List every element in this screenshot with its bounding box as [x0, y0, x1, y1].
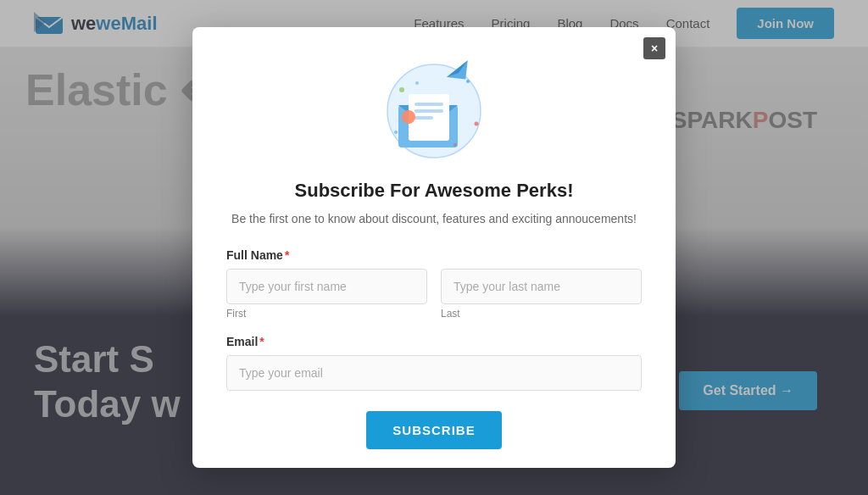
- modal-title: Subscribe For Awesome Perks!: [226, 180, 642, 202]
- modal-dialog: ×: [192, 27, 676, 468]
- last-name-sublabel: Last: [441, 308, 642, 320]
- svg-point-17: [402, 110, 415, 124]
- last-name-input[interactable]: [441, 269, 642, 304]
- svg-point-13: [399, 87, 404, 92]
- first-name-sublabel: First: [226, 308, 427, 320]
- svg-point-14: [466, 80, 470, 83]
- email-input[interactable]: [226, 355, 642, 391]
- svg-rect-10: [415, 116, 433, 120]
- modal-overlay: ×: [0, 0, 868, 495]
- svg-point-19: [453, 143, 457, 147]
- name-row: First Last: [226, 269, 642, 320]
- subscribe-button[interactable]: SUBSCRIBE: [366, 411, 502, 449]
- svg-rect-8: [415, 103, 443, 106]
- envelope-illustration: [366, 47, 502, 166]
- svg-rect-9: [415, 109, 443, 113]
- modal-subtitle: Be the first one to know about discount,…: [226, 210, 642, 228]
- modal-body: Subscribe For Awesome Perks! Be the firs…: [192, 180, 676, 449]
- svg-point-15: [475, 122, 479, 126]
- first-name-input[interactable]: [226, 269, 427, 304]
- last-name-wrap: Last: [441, 269, 642, 320]
- full-name-label: Full Name*: [226, 248, 642, 262]
- email-group: Email*: [226, 335, 642, 391]
- svg-point-16: [394, 131, 398, 134]
- modal-illustration: [192, 27, 676, 180]
- modal-close-button[interactable]: ×: [643, 37, 665, 59]
- first-name-wrap: First: [226, 269, 427, 320]
- email-label: Email*: [226, 335, 642, 348]
- full-name-group: Full Name* First Last: [226, 248, 642, 320]
- svg-point-18: [415, 81, 419, 85]
